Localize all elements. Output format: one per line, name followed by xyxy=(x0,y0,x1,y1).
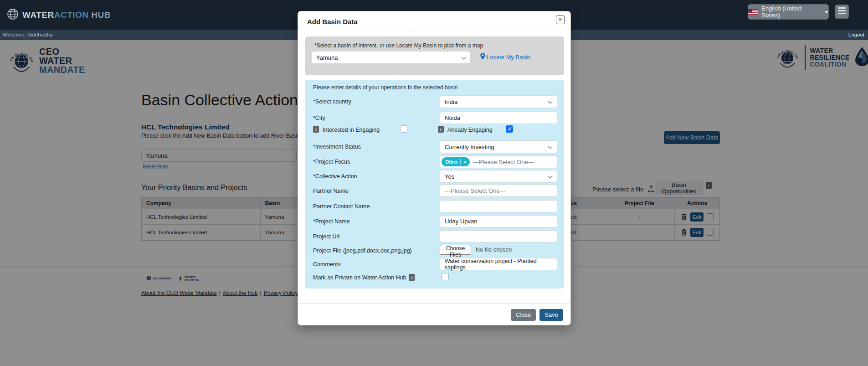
city-label: *City xyxy=(313,115,325,121)
modal-footer: Close Save xyxy=(298,303,570,326)
locate-my-basin-link[interactable]: Locate My Basin xyxy=(480,53,530,61)
add-basin-data-modal: Add Basin Data × *Select a basin of inte… xyxy=(298,11,571,325)
us-flag-icon xyxy=(748,9,758,15)
save-button[interactable]: Save xyxy=(539,309,563,321)
file-chosen-status: No file chosen xyxy=(476,247,512,253)
water-action-hub-logo[interactable]: WATERACTION HUB xyxy=(7,0,111,30)
investment-status-label: *Investment Status xyxy=(313,144,361,150)
already-engaging-label: Already Engaging xyxy=(447,127,493,133)
choose-files-button[interactable]: Choose Files xyxy=(440,245,471,255)
project-name-input[interactable]: Uday Upvan xyxy=(440,215,557,227)
basin-details-form: Please enter details of your operations … xyxy=(305,80,564,289)
project-url-input[interactable] xyxy=(440,230,557,242)
chevron-down-icon xyxy=(548,144,553,149)
basin-select-label: *Select a basin of interest, or use Loca… xyxy=(314,42,483,49)
comments-label: Comments xyxy=(313,261,340,268)
basin-select-panel: *Select a basin of interest, or use Loca… xyxy=(305,36,564,75)
partner-name-label: Partner Name xyxy=(313,188,349,194)
interested-checkbox[interactable] xyxy=(400,125,407,133)
collective-action-select[interactable]: Yes xyxy=(440,170,557,183)
project-url-label: Project Url xyxy=(313,233,339,240)
mark-private-label: Mark as Private on Water Action Hub xyxy=(313,274,406,281)
chevron-down-icon xyxy=(548,99,553,104)
language-label: English (United States) xyxy=(761,5,821,19)
basin-select-dropdown[interactable]: Yamuna xyxy=(311,51,471,64)
mark-private-row: Mark as Private on Water Action Hub i xyxy=(313,274,415,281)
chevron-down-icon xyxy=(462,55,466,60)
close-button[interactable]: Close xyxy=(511,309,536,321)
country-label: *Select country xyxy=(313,98,351,105)
language-selector-button[interactable]: English (United States) xyxy=(748,4,829,20)
hamburger-icon xyxy=(838,7,846,9)
interested-label: Interested in Engaging xyxy=(323,127,380,133)
already-engaging-checkbox[interactable] xyxy=(506,125,513,133)
info-icon[interactable]: i xyxy=(438,126,444,133)
location-pin-icon xyxy=(480,53,485,61)
comments-input[interactable]: Water conservation project - Planted sap… xyxy=(440,258,557,270)
partner-contact-input[interactable] xyxy=(440,200,557,212)
city-input[interactable]: Noida xyxy=(440,112,557,124)
hamburger-menu-button[interactable] xyxy=(835,5,849,19)
partner-name-select[interactable]: ---Please Select One--- xyxy=(440,185,557,197)
remove-tag-icon[interactable]: × xyxy=(460,159,466,165)
collective-action-label: *Collective Action xyxy=(313,173,357,180)
mark-private-checkbox[interactable] xyxy=(442,273,449,280)
investment-status-select[interactable]: Currently Investing xyxy=(440,140,557,153)
partner-contact-label: Partner Contact Name xyxy=(313,203,370,210)
form-intro-text: Please enter details of your operations … xyxy=(313,84,458,91)
welcome-text: Welcome, Siddhartha xyxy=(3,32,53,37)
project-focus-tag[interactable]: Other × xyxy=(442,157,470,166)
info-icon[interactable]: i xyxy=(409,274,415,281)
chevron-down-icon xyxy=(548,174,553,179)
info-icon[interactable]: i xyxy=(313,126,319,133)
chevron-down-icon xyxy=(825,11,828,13)
globe-icon xyxy=(7,8,19,22)
brand-text: WATERACTION HUB xyxy=(22,10,111,20)
modal-title: Add Basin Data xyxy=(307,18,358,26)
project-file-label: Project File (jpeg,pdf,docx,doc,png,jpg) xyxy=(313,247,412,254)
project-focus-label: *Project Focus xyxy=(313,159,350,165)
project-name-label: *Project Name xyxy=(313,218,350,225)
modal-header-divider xyxy=(298,30,570,30)
modal-close-button[interactable]: × xyxy=(556,15,565,24)
logout-link[interactable]: Logout xyxy=(848,32,864,37)
country-select[interactable]: India xyxy=(440,95,557,108)
